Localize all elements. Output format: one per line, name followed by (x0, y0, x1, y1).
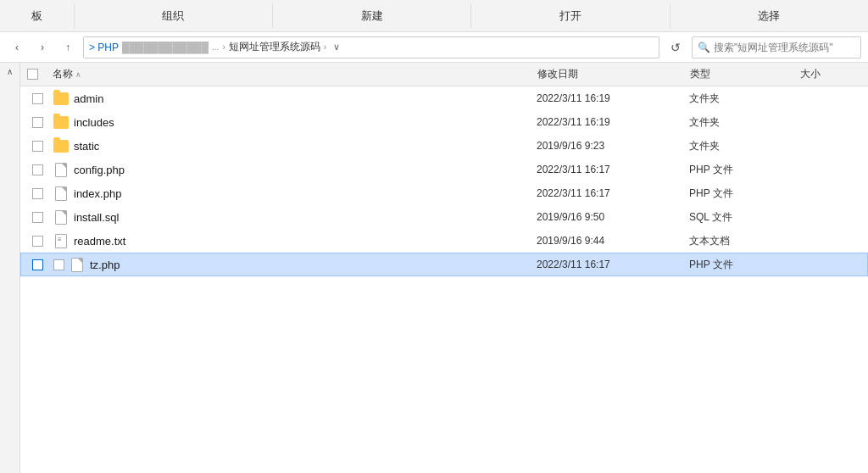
table-row[interactable]: tz.php2022/3/11 16:17PHP 文件 (20, 253, 868, 276)
table-row[interactable]: install.sql2019/9/16 9:50SQL 文件 (20, 205, 868, 229)
toolbar-section-open[interactable]: 打开 (471, 3, 670, 28)
file-name-cell: static (50, 138, 533, 153)
col-header-checkbox[interactable] (24, 69, 49, 80)
refresh-button[interactable]: ↺ (665, 36, 687, 58)
back-button[interactable]: ‹ (7, 37, 27, 58)
checkbox[interactable] (32, 93, 43, 104)
file-icon (53, 209, 69, 225)
file-name-label: install.sql (74, 211, 119, 224)
breadcrumb-arrow-2: › (324, 42, 326, 52)
sort-arrow-name: ∧ (75, 70, 81, 79)
file-name-cell: admin (50, 91, 533, 106)
file-icon (53, 186, 69, 201)
main-area: ∧ 名称 ∧ 修改日期 类型 大小 admin2022/3/11 16:19文件 (0, 63, 868, 473)
select-all-checkbox[interactable] (27, 69, 38, 80)
file-type: 文件夹 (686, 115, 796, 130)
table-row[interactable]: includes2022/3/11 16:19文件夹 (20, 110, 868, 134)
file-list: admin2022/3/11 16:19文件夹includes2022/3/11… (20, 86, 868, 473)
table-row[interactable]: admin2022/3/11 16:19文件夹 (20, 86, 868, 110)
table-row[interactable]: readme.txt2019/9/16 9:44文本文档 (20, 229, 868, 253)
file-type: PHP 文件 (686, 163, 796, 177)
folder-icon (53, 138, 69, 153)
file-date: 2019/9/16 9:23 (533, 140, 686, 152)
textfile-icon (53, 233, 69, 248)
column-headers: 名称 ∧ 修改日期 类型 大小 (20, 63, 868, 86)
file-name-label: includes (74, 116, 114, 129)
file-date: 2022/3/11 16:19 (533, 116, 686, 128)
file-name-label: readme.txt (74, 235, 125, 248)
file-name-label: index.php (74, 187, 121, 200)
search-input[interactable] (714, 42, 849, 53)
toolbar-section-select[interactable]: 选择 (670, 3, 868, 28)
row-checkbox[interactable] (25, 188, 50, 199)
table-row[interactable]: static2019/9/16 9:23文件夹 (20, 134, 868, 158)
checkbox[interactable] (32, 117, 43, 128)
breadcrumb-area[interactable]: > PHP ████████████ ... › 短网址管理系统源码 › ∨ (83, 36, 659, 58)
file-name-cell: index.php (50, 186, 533, 201)
file-icon (70, 257, 85, 272)
left-sidebar: ∧ (0, 63, 20, 473)
toolbar-section-new[interactable]: 新建 (273, 3, 471, 28)
file-type: 文件夹 (686, 139, 796, 153)
table-row[interactable]: index.php2022/3/11 16:17PHP 文件 (20, 181, 868, 205)
file-date: 2022/3/11 16:19 (533, 92, 686, 104)
row-checkbox[interactable] (25, 212, 50, 223)
col-header-size[interactable]: 大小 (797, 67, 865, 81)
col-header-date[interactable]: 修改日期 (534, 67, 687, 81)
file-name-cell: tz.php (50, 257, 533, 272)
file-name-label: admin (74, 92, 103, 105)
file-name-label: static (74, 140, 99, 153)
col-header-type[interactable]: 类型 (687, 67, 797, 81)
table-row[interactable]: config.php2022/3/11 16:17PHP 文件 (20, 158, 868, 181)
checkbox[interactable] (32, 188, 43, 199)
file-date: 2022/3/11 16:17 (533, 187, 686, 199)
file-type: PHP 文件 (686, 186, 796, 201)
file-type: 文件夹 (686, 92, 796, 106)
file-date: 2022/3/11 16:17 (533, 259, 686, 270)
scroll-up-button[interactable]: ∧ (2, 64, 19, 78)
file-type: PHP 文件 (686, 258, 796, 272)
file-type: 文本文档 (686, 234, 796, 248)
extra-checkbox[interactable] (53, 259, 64, 270)
breadcrumb-dropdown[interactable]: ∨ (330, 42, 343, 53)
file-name-cell: config.php (50, 162, 533, 177)
checkbox[interactable] (32, 236, 43, 247)
row-checkbox[interactable] (25, 117, 50, 128)
checkbox[interactable] (32, 259, 43, 270)
folder-icon (53, 114, 69, 130)
file-icon (53, 162, 69, 177)
checkbox[interactable] (32, 141, 43, 152)
file-name-cell: readme.txt (50, 233, 533, 248)
toolbar-section-board[interactable]: 板 (0, 3, 75, 28)
file-name-label: config.php (74, 164, 125, 176)
breadcrumb-current[interactable]: 短网址管理系统源码 (229, 40, 320, 54)
file-date: 2019/9/16 9:44 (533, 235, 686, 247)
breadcrumb-root[interactable]: > PHP (89, 42, 119, 53)
file-area: 名称 ∧ 修改日期 类型 大小 admin2022/3/11 16:19文件夹i… (20, 63, 868, 473)
row-checkbox[interactable] (25, 164, 50, 175)
file-name-cell: includes (50, 114, 533, 130)
row-checkbox[interactable] (25, 141, 50, 152)
checkbox[interactable] (32, 164, 43, 175)
search-icon: 🔍 (698, 42, 710, 53)
address-bar: ‹ › ↑ > PHP ████████████ ... › 短网址管理系统源码… (0, 32, 868, 63)
checkbox[interactable] (32, 212, 43, 223)
file-date: 2019/9/16 9:50 (533, 211, 686, 223)
breadcrumb-blurred[interactable]: ████████████ (122, 42, 209, 53)
row-checkbox[interactable] (25, 259, 50, 270)
file-name-cell: install.sql (50, 209, 533, 225)
forward-button[interactable]: › (32, 37, 53, 58)
row-checkbox[interactable] (25, 93, 50, 104)
breadcrumb-sep-1: ... (212, 42, 219, 52)
file-date: 2022/3/11 16:17 (533, 164, 686, 175)
file-type: SQL 文件 (686, 210, 796, 225)
breadcrumb-arrow-1: › (222, 42, 225, 52)
toolbar: 板 组织 新建 打开 选择 (0, 0, 868, 32)
up-button[interactable]: ↑ (58, 37, 78, 58)
toolbar-section-organize[interactable]: 组织 (75, 3, 273, 28)
col-header-name[interactable]: 名称 ∧ (49, 67, 534, 81)
search-box: 🔍 (692, 36, 861, 58)
folder-icon (53, 91, 69, 106)
row-checkbox[interactable] (25, 236, 50, 247)
file-name-label: tz.php (90, 259, 120, 271)
